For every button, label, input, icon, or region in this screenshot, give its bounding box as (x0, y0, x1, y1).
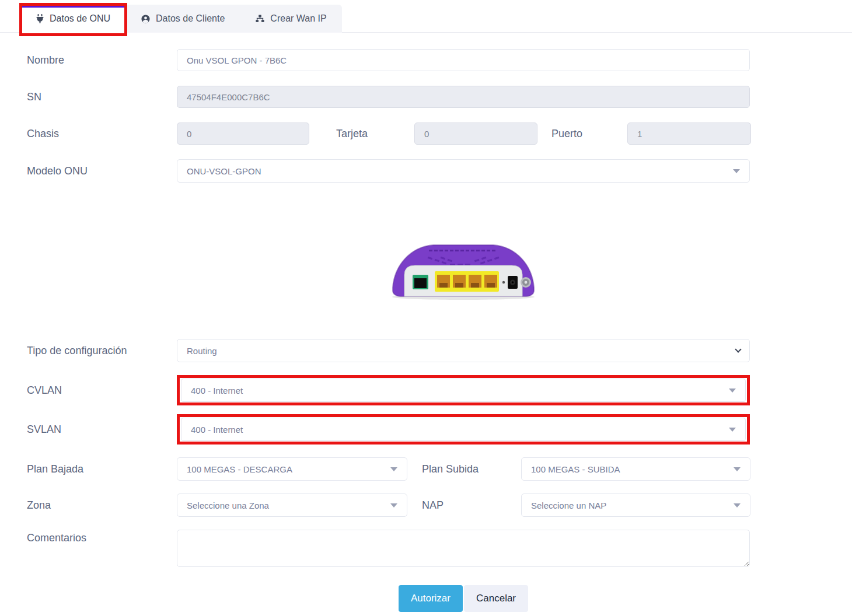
cvlan-red-annotation-box: 400 - Internet (177, 375, 750, 405)
sn-label: SN (27, 91, 177, 103)
zona-label: Zona (27, 499, 177, 512)
modelo-onu-label: Modelo ONU (27, 165, 177, 177)
comentarios-textarea[interactable] (177, 530, 750, 567)
form-actions: Autorizar Cancelar (177, 585, 750, 612)
tab-crear-wan-ip[interactable]: Crear Wan IP (240, 5, 341, 33)
dropdown-triangle-icon (390, 503, 397, 508)
zona-select[interactable]: Seleccione una Zona (177, 494, 407, 517)
tab-label: Crear Wan IP (270, 13, 326, 24)
dropdown-triangle-icon (734, 503, 741, 508)
cancelar-button[interactable]: Cancelar (464, 585, 528, 612)
tab-bar: Datos de ONU Datos de Cliente (0, 0, 852, 33)
tarjeta-label: Tarjeta (331, 128, 414, 140)
chasis-label: Chasis (27, 128, 177, 140)
comentarios-label: Comentarios (27, 530, 177, 544)
plan-subida-label: Plan Subida (422, 463, 521, 475)
modelo-onu-select[interactable]: ONU-VSOL-GPON (177, 159, 750, 183)
tab-datos-de-cliente[interactable]: Datos de Cliente (125, 5, 240, 33)
puerto-label: Puerto (546, 128, 627, 140)
plug-icon (36, 14, 44, 23)
tarjeta-input (414, 123, 537, 145)
puerto-input (627, 123, 751, 145)
dropdown-triangle-icon (390, 467, 397, 471)
cvlan-label: CVLAN (27, 384, 177, 397)
row-planes: Plan Bajada 100 MEGAS - DESCARGA Plan Su… (27, 457, 750, 481)
sitemap-icon (255, 14, 265, 24)
row-sn: SN (27, 86, 750, 108)
modelo-onu-selected-value: ONU-VSOL-GPON (187, 166, 261, 176)
plan-bajada-label: Plan Bajada (27, 463, 177, 475)
autorizar-button[interactable]: Autorizar (399, 585, 463, 612)
nombre-input[interactable] (177, 49, 750, 71)
nap-selected-value: Seleccione un NAP (531, 501, 606, 510)
row-zona-nap: Zona Seleccione una Zona NAP Seleccione … (27, 494, 750, 517)
tab-strip: Datos de ONU Datos de Cliente (20, 5, 342, 33)
plan-bajada-selected-value: 100 MEGAS - DESCARGA (187, 464, 292, 474)
user-circle-icon (141, 14, 151, 24)
dropdown-triangle-icon (733, 169, 740, 173)
zona-selected-value: Seleccione una Zona (187, 501, 269, 510)
tab-label: Datos de Cliente (156, 13, 225, 24)
svlan-selected-value: 400 - Internet (191, 425, 243, 435)
plan-subida-select[interactable]: 100 MEGAS - SUBIDA (521, 457, 750, 481)
nap-label: NAP (422, 499, 521, 512)
svlan-red-annotation-box: 400 - Internet (177, 414, 750, 444)
svlan-select[interactable]: 400 - Internet (181, 418, 746, 441)
nap-select[interactable]: Seleccione un NAP (521, 494, 750, 517)
tab-datos-de-onu[interactable]: Datos de ONU (20, 5, 125, 33)
row-tipo-configuracion: Tipo de configuración Routing (27, 339, 750, 362)
svlan-label: SVLAN (27, 424, 177, 436)
onu-device-image (387, 232, 540, 300)
tipo-configuracion-selected-value: Routing (187, 346, 217, 356)
tipo-configuracion-select[interactable]: Routing (177, 339, 750, 362)
nombre-label: Nombre (27, 54, 177, 66)
dropdown-triangle-icon (729, 428, 736, 432)
row-cvlan: CVLAN 400 - Internet (27, 375, 750, 405)
row-chasis-tarjeta-puerto: Chasis Tarjeta Puerto (27, 123, 750, 145)
chevron-down-icon (735, 346, 741, 352)
device-image-row (177, 232, 750, 300)
tab-label: Datos de ONU (50, 13, 110, 24)
sn-input (177, 86, 750, 108)
dropdown-triangle-icon (734, 467, 741, 471)
row-svlan: SVLAN 400 - Internet (27, 414, 750, 444)
row-comentarios: Comentarios (27, 530, 750, 569)
active-tab-accent-bar (20, 5, 125, 8)
plan-subida-selected-value: 100 MEGAS - SUBIDA (531, 464, 620, 474)
row-nombre: Nombre (27, 49, 750, 71)
row-modelo-onu: Modelo ONU ONU-VSOL-GPON (27, 159, 750, 183)
dropdown-triangle-icon (729, 388, 736, 393)
tipo-configuracion-label: Tipo de configuración (27, 345, 177, 357)
onu-authorization-form: Nombre SN Chasis Tarjeta Puerto Modelo O… (27, 49, 750, 612)
chasis-input (177, 123, 309, 145)
cvlan-select[interactable]: 400 - Internet (181, 379, 746, 402)
cvlan-selected-value: 400 - Internet (191, 386, 243, 396)
plan-bajada-select[interactable]: 100 MEGAS - DESCARGA (177, 457, 407, 481)
